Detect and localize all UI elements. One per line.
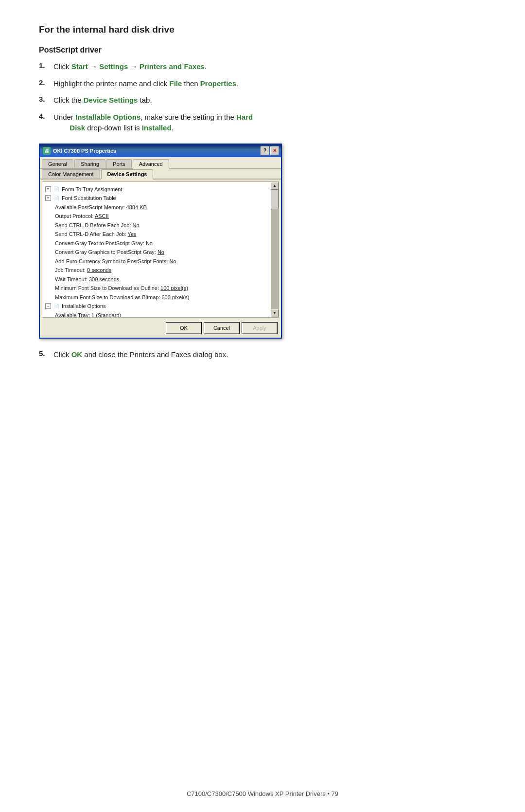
tree-item-ctrld-before: Send CTRL-D Before Each Job: No [45, 221, 276, 230]
close-button[interactable]: ✕ [270, 146, 279, 155]
label-font-sub: Font Substitution Table [62, 194, 116, 202]
tree-item-installable: − 📄 Installable Options [45, 302, 276, 311]
scroll-down-btn[interactable]: ▼ [271, 309, 279, 317]
dialog-tab-row1: General Sharing Ports Advanced [40, 157, 281, 169]
dialog-controls: ? ✕ [261, 146, 279, 155]
dialog-footer: OK Cancel Apply [40, 320, 281, 338]
tab-sharing[interactable]: Sharing [74, 159, 105, 168]
step-3-num: 3. [39, 95, 51, 103]
tree-item-ps-memory: Available PostScript Memory: 4884 KB [45, 203, 276, 212]
page-title: For the internal hard disk drive [39, 24, 486, 35]
tree-item-euro: Add Euro Currency Symbol to PostScript F… [45, 257, 276, 266]
dialog-wrapper: 🖨 OKI C7300 PS Properties ? ✕ General Sh… [39, 144, 486, 339]
step3-link-device-settings: Device Settings [84, 96, 138, 104]
label-form-tray: Form To Tray Assignment [62, 185, 122, 194]
tree-item-max-font: Maximum Font Size to Download as Bitmap:… [45, 293, 276, 302]
tree-item-min-font: Minimum Font Size to Download as Outline… [45, 284, 276, 293]
step-3: 3. Click the Device Settings tab. [39, 95, 486, 106]
dialog-titlebar-left: 🖨 OKI C7300 PS Properties [43, 147, 116, 155]
ok-button[interactable]: OK [166, 323, 201, 334]
label-ctrld-after: Send CTRL-D After Each Job: Yes [55, 230, 137, 238]
tree-item-form-tray: + 📄 Form To Tray Assignment [45, 185, 276, 194]
dialog-title: OKI C7300 PS Properties [53, 148, 116, 154]
tab-device-settings[interactable]: Device Settings [101, 169, 154, 180]
label-avail-tray: Available Tray: 1 (Standard) [55, 311, 121, 318]
tab-color-management[interactable]: Color Management [42, 169, 100, 179]
section-title: PostScript driver [39, 46, 486, 54]
step-4: 4. Under Installable Options, make sure … [39, 112, 486, 134]
step-4-num: 4. [39, 112, 51, 120]
apply-button[interactable]: Apply [242, 323, 277, 334]
label-max-font: Maximum Font Size to Download as Bitmap:… [55, 293, 189, 302]
cancel-button[interactable]: Cancel [204, 323, 239, 334]
icon-form-tray: 📄 [53, 186, 60, 193]
step1-link-start: Start [71, 62, 88, 71]
help-button[interactable]: ? [261, 146, 269, 155]
tab-ports[interactable]: Ports [106, 159, 132, 168]
label-gray-text: Convert Gray Text to PostScript Gray: No [55, 239, 153, 248]
scroll-up-btn[interactable]: ▲ [271, 182, 279, 190]
scroll-track [271, 190, 279, 309]
label-min-font: Minimum Font Size to Download as Outline… [55, 284, 188, 292]
properties-dialog: 🖨 OKI C7300 PS Properties ? ✕ General Sh… [39, 144, 282, 339]
step-1-text: Click Start → Settings → Printers and Fa… [53, 61, 207, 72]
step-5: 5. Click OK and close the Printers and F… [39, 349, 486, 361]
label-ps-memory: Available PostScript Memory: 4884 KB [55, 203, 147, 212]
dialog-titlebar: 🖨 OKI C7300 PS Properties ? ✕ [40, 144, 281, 157]
step-2: 2. Highlight the printer name and click … [39, 78, 486, 90]
label-job-timeout: Job Timeout: 0 seconds [55, 266, 111, 274]
scroll-thumb[interactable] [271, 190, 279, 209]
step-5-num: 5. [39, 349, 51, 358]
label-euro: Add Euro Currency Symbol to PostScript F… [55, 257, 176, 266]
label-installable: Installable Options [62, 302, 106, 310]
label-ctrld-before: Send CTRL-D Before Each Job: No [55, 221, 140, 230]
step2-link-file: File [169, 79, 182, 88]
step4-link-installed: Installed [142, 124, 172, 132]
step2-link-properties: Properties [200, 79, 236, 88]
dialog-tab-row2: Color Management Device Settings [40, 169, 281, 180]
tree-item-output-proto: Output Protocol: ASCII [45, 212, 276, 221]
dialog-body: + 📄 Form To Tray Assignment + 📄 Font Sub… [42, 181, 279, 318]
dialog-scrollbar[interactable]: ▲ ▼ [271, 182, 279, 317]
expand-installable[interactable]: − [45, 303, 51, 309]
step-3-text: Click the Device Settings tab. [53, 95, 152, 106]
step-4-text: Under Installable Options, make sure the… [53, 112, 253, 134]
step-1: 1. Click Start → Settings → Printers and… [39, 61, 486, 72]
step-5-text: Click OK and close the Printers and Faxe… [53, 349, 228, 361]
tab-general[interactable]: General [42, 159, 73, 168]
page-footer: C7100/C7300/C7500 Windows XP Printer Dri… [0, 790, 525, 797]
step-2-text: Highlight the printer name and click Fil… [53, 78, 238, 90]
tree-item-job-timeout: Job Timeout: 0 seconds [45, 266, 276, 275]
step5-link-ok: OK [71, 350, 83, 359]
tree-item-gray-text: Convert Gray Text to PostScript Gray: No [45, 239, 276, 248]
label-wait-timeout: Wait Timeout: 300 seconds [55, 275, 119, 284]
expand-font-sub[interactable]: + [45, 195, 51, 201]
tree-item-wait-timeout: Wait Timeout: 300 seconds [45, 275, 276, 284]
step-2-num: 2. [39, 78, 51, 87]
expand-form-tray[interactable]: + [45, 186, 51, 192]
label-output-proto: Output Protocol: ASCII [55, 212, 109, 220]
label-gray-graphics: Convert Gray Graphics to PostScript Gray… [55, 248, 164, 256]
icon-installable: 📄 [53, 303, 60, 309]
step1-link-settings: Settings [99, 62, 128, 71]
tab-advanced[interactable]: Advanced [133, 159, 169, 169]
step1-link-printers: Printers and Faxes [140, 62, 205, 71]
icon-font-sub: 📄 [53, 195, 60, 201]
tree-item-font-sub: + 📄 Font Substitution Table [45, 194, 276, 203]
step-1-num: 1. [39, 61, 51, 70]
tree-item-gray-graphics: Convert Gray Graphics to PostScript Gray… [45, 248, 276, 257]
tree-item-avail-tray: Available Tray: 1 (Standard) [45, 311, 276, 318]
tree-item-ctrld-after: Send CTRL-D After Each Job: Yes [45, 230, 276, 239]
step4-link-installable: Installable Options [75, 113, 140, 121]
dialog-app-icon: 🖨 [43, 147, 51, 155]
